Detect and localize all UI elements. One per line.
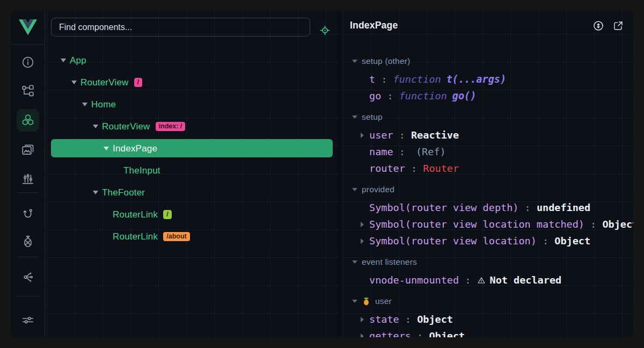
vue-devtools-app: AppRouterView/HomeRouterViewindex: /Inde… bbox=[11, 11, 633, 337]
property-value: Not declared bbox=[490, 274, 562, 286]
info-icon[interactable] bbox=[17, 51, 39, 74]
inspector-section: userstate : Objectgetters : Object bbox=[341, 292, 633, 337]
property-row-t: t : functiont(...args) bbox=[341, 71, 633, 88]
property-value: Router bbox=[423, 163, 459, 174]
scroll-to-component-icon[interactable] bbox=[592, 19, 605, 32]
component-tree-panel: AppRouterView/HomeRouterViewindex: /Inde… bbox=[45, 11, 338, 337]
route-badge: / bbox=[134, 78, 142, 88]
tree-node-label: IndexPage bbox=[113, 143, 157, 154]
function-keyword: function bbox=[399, 90, 447, 102]
property-row-symbol-router-view-location-[interactable]: Symbol(router view location) : Object bbox=[341, 233, 633, 249]
property-key: name bbox=[369, 146, 393, 157]
tree-node-routerview[interactable]: RouterViewindex: / bbox=[45, 115, 338, 137]
route-badge: index: / bbox=[156, 122, 186, 132]
tree-node-label: Home bbox=[91, 99, 116, 110]
inspector-title: IndexPage bbox=[350, 20, 398, 31]
inspector-section: setupuser : Reactivename : (Ref)router :… bbox=[341, 107, 633, 177]
property-value: Object bbox=[554, 235, 590, 247]
expand-caret-icon[interactable] bbox=[104, 147, 113, 150]
section-header-event-listeners[interactable]: event listeners bbox=[341, 252, 633, 272]
timeline-icon[interactable] bbox=[17, 168, 39, 190]
property-key: state bbox=[369, 314, 399, 325]
expand-caret-icon[interactable] bbox=[93, 125, 102, 128]
property-row-state[interactable]: state : Object bbox=[341, 311, 633, 328]
components-icon[interactable] bbox=[17, 109, 39, 132]
key-value-separator: : bbox=[375, 74, 393, 85]
pinia-store-icon bbox=[362, 297, 372, 306]
section-header-user[interactable]: user bbox=[341, 292, 633, 311]
inspector-content: setup (other)t : functiont(...args)go : … bbox=[341, 52, 633, 337]
key-value-separator: : bbox=[459, 274, 477, 286]
tree-node-thefooter[interactable]: TheFooter bbox=[45, 182, 338, 204]
module-graph-icon[interactable] bbox=[17, 266, 39, 288]
key-value-separator: : bbox=[381, 90, 399, 102]
expand-caret-icon[interactable] bbox=[361, 334, 369, 338]
expand-caret-icon[interactable] bbox=[71, 81, 80, 84]
vue-logo bbox=[11, 11, 45, 45]
property-value: Object bbox=[429, 330, 465, 337]
expand-caret-icon[interactable] bbox=[361, 317, 369, 322]
key-value-separator: : bbox=[393, 129, 411, 141]
expand-caret-icon[interactable] bbox=[93, 191, 102, 194]
tree-node-routerview[interactable]: RouterView/ bbox=[45, 71, 338, 93]
key-value-separator: : bbox=[537, 235, 554, 247]
expand-caret-icon[interactable] bbox=[361, 222, 369, 227]
expand-caret-icon[interactable] bbox=[61, 59, 70, 62]
key-value-separator: : bbox=[584, 219, 602, 230]
devtools-frame: AppRouterView/HomeRouterViewindex: /Inde… bbox=[0, 0, 644, 348]
inspector-section: setup (other)t : functiont(...args)go : … bbox=[341, 52, 633, 104]
property-row-name: name : (Ref) bbox=[341, 143, 633, 160]
inspector-section: event listenersvnode-unmounted : Not dec… bbox=[341, 252, 633, 288]
property-key: go bbox=[369, 90, 381, 102]
property-key: Symbol(router view depth) bbox=[369, 202, 518, 213]
tree-node-label: RouterView bbox=[80, 77, 129, 88]
property-row-symbol-router-view-location-matched-[interactable]: Symbol(router view location matched) : O… bbox=[341, 216, 633, 233]
sidebar-divider bbox=[17, 257, 39, 257]
component-tree: AppRouterView/HomeRouterViewindex: /Inde… bbox=[45, 49, 338, 248]
search-input[interactable] bbox=[51, 18, 310, 37]
section-collapse-caret-icon[interactable] bbox=[352, 300, 362, 303]
section-collapse-caret-icon[interactable] bbox=[352, 115, 362, 119]
tree-node-app[interactable]: App bbox=[45, 49, 338, 71]
property-value: undefined bbox=[537, 202, 590, 213]
property-row-user[interactable]: user : Reactive bbox=[341, 127, 633, 143]
property-row-getters[interactable]: getters : Object bbox=[341, 328, 633, 337]
inspector-header: IndexPage bbox=[341, 11, 633, 40]
section-title: provided bbox=[362, 185, 394, 194]
section-header-setup[interactable]: setup bbox=[341, 107, 633, 127]
expand-caret-icon[interactable] bbox=[361, 238, 369, 244]
assets-icon[interactable] bbox=[17, 139, 39, 161]
inspector-panel: IndexPage bbox=[341, 11, 633, 337]
property-value: Object bbox=[417, 314, 453, 325]
router-icon[interactable] bbox=[17, 203, 39, 226]
section-collapse-caret-icon[interactable] bbox=[352, 188, 362, 191]
selected-row-highlight bbox=[51, 139, 333, 157]
section-collapse-caret-icon[interactable] bbox=[352, 260, 362, 264]
component-tree-icon[interactable] bbox=[17, 79, 39, 102]
tree-node-indexpage[interactable]: IndexPage bbox=[45, 137, 338, 160]
property-key: user bbox=[369, 129, 393, 141]
section-collapse-caret-icon[interactable] bbox=[352, 60, 362, 63]
key-value-separator: : bbox=[393, 146, 411, 157]
section-header-provided[interactable]: provided bbox=[341, 180, 633, 199]
target-icon[interactable] bbox=[317, 23, 332, 38]
expand-caret-icon[interactable] bbox=[361, 133, 369, 138]
open-in-editor-icon[interactable] bbox=[612, 19, 625, 32]
pinia-store-icon[interactable] bbox=[17, 230, 39, 253]
property-key: t bbox=[369, 74, 375, 85]
settings-icon[interactable] bbox=[17, 309, 39, 331]
tree-node-label: TheInput bbox=[123, 165, 160, 176]
sidebar bbox=[11, 11, 45, 337]
property-row-symbol-router-view-depth-: Symbol(router view depth) : undefined bbox=[341, 199, 633, 216]
warning-icon bbox=[477, 276, 486, 285]
expand-caret-icon[interactable] bbox=[82, 103, 91, 106]
inspector-actions bbox=[592, 19, 625, 32]
key-value-separator: : bbox=[518, 202, 536, 213]
tree-node-routerlink[interactable]: RouterLink/ bbox=[45, 204, 338, 226]
tree-node-label: RouterLink bbox=[113, 231, 158, 242]
property-key: router bbox=[369, 163, 405, 174]
tree-node-routerlink[interactable]: RouterLink/about bbox=[45, 226, 338, 248]
tree-node-home[interactable]: Home bbox=[45, 93, 338, 115]
tree-node-theinput[interactable]: TheInput bbox=[45, 160, 338, 182]
section-header-setup-other-[interactable]: setup (other) bbox=[341, 52, 633, 71]
